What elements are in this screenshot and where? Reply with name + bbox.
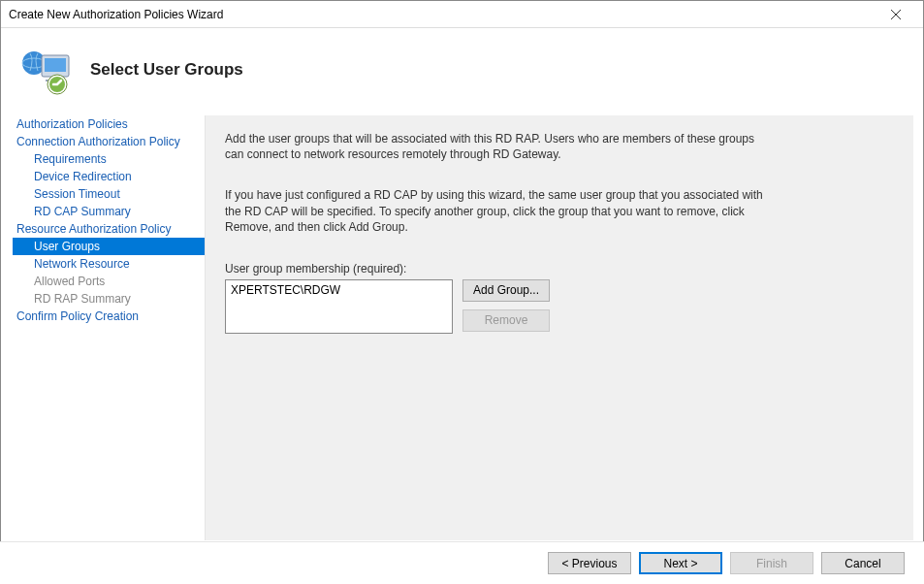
wizard-icon: [20, 44, 73, 96]
nav-item-rd-rap-summary: RD RAP Summary: [13, 290, 205, 308]
window-title: Create New Authorization Policies Wizard: [9, 8, 223, 21]
nav-item-connection-authorization-policy[interactable]: Connection Authorization Policy: [13, 133, 205, 150]
remove-button: Remove: [462, 309, 550, 332]
finish-button: Finish: [730, 552, 813, 574]
nav-item-device-redirection[interactable]: Device Redirection: [13, 168, 205, 185]
nav-item-rd-cap-summary[interactable]: RD CAP Summary: [13, 203, 205, 220]
close-button[interactable]: [876, 2, 915, 27]
add-group-button[interactable]: Add Group...: [462, 279, 550, 302]
nav-item-resource-authorization-policy[interactable]: Resource Authorization Policy: [13, 220, 205, 238]
previous-button[interactable]: < Previous: [548, 552, 631, 574]
nav-item-user-groups[interactable]: User Groups: [13, 238, 205, 255]
nav-item-confirm-policy-creation[interactable]: Confirm Policy Creation: [13, 308, 205, 325]
nav-item-session-timeout[interactable]: Session Timeout: [13, 185, 205, 203]
list-item[interactable]: XPERTSTEC\RDGW: [231, 283, 447, 297]
wizard-header: Select User Groups: [1, 28, 923, 115]
svg-rect-5: [45, 58, 66, 72]
intro-paragraph-2: If you have just configured a RD CAP by …: [225, 187, 768, 235]
cancel-button[interactable]: Cancel: [821, 552, 905, 574]
nav-item-allowed-ports: Allowed Ports: [13, 273, 205, 290]
content-pane: Add the user groups that will be associa…: [205, 115, 913, 540]
close-icon: [891, 10, 901, 19]
wizard-body: Authorization PoliciesConnection Authori…: [1, 115, 923, 540]
membership-label: User group membership (required):: [225, 262, 894, 276]
nav-item-authorization-policies[interactable]: Authorization Policies: [13, 115, 205, 133]
page-title: Select User Groups: [90, 60, 243, 80]
wizard-footer: < Previous Next > Finish Cancel: [0, 541, 924, 584]
intro-paragraph-1: Add the user groups that will be associa…: [225, 131, 768, 162]
user-group-listbox[interactable]: XPERTSTEC\RDGW: [225, 279, 453, 334]
titlebar: Create New Authorization Policies Wizard: [1, 1, 923, 28]
nav-sidebar: Authorization PoliciesConnection Authori…: [1, 115, 205, 540]
nav-item-requirements[interactable]: Requirements: [13, 150, 205, 168]
next-button[interactable]: Next >: [639, 552, 722, 574]
nav-item-network-resource[interactable]: Network Resource: [13, 255, 205, 273]
